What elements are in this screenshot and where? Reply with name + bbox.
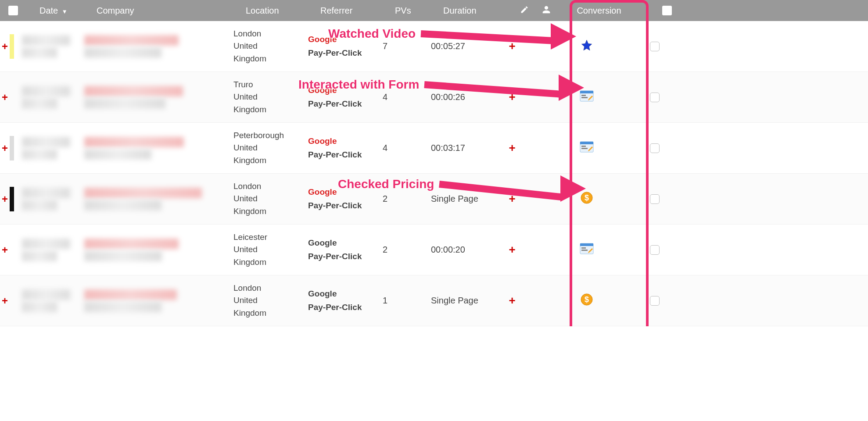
redacted-date: [22, 289, 70, 300]
row-select-checkbox[interactable]: [650, 143, 660, 153]
pvs-cell: 4: [383, 143, 431, 153]
add-note-button[interactable]: +: [509, 243, 515, 256]
redacted-company: [84, 47, 161, 58]
svg-rect-11: [580, 243, 593, 246]
redacted-date: [22, 239, 70, 249]
expand-row-button[interactable]: +: [0, 91, 10, 103]
duration-cell: 00:00:20: [431, 245, 501, 255]
sort-indicator-icon: ▼: [62, 8, 68, 15]
row-select-checkbox[interactable]: [650, 245, 660, 255]
redacted-date: [22, 47, 57, 58]
table-row: +LondonUnitedKingdomGooglePay-Per-Click2…: [0, 174, 868, 225]
svg-rect-5: [580, 142, 593, 144]
expand-row-button[interactable]: +: [0, 244, 10, 256]
redacted-company: [84, 35, 179, 46]
location-cell: LondonUnitedKingdom: [233, 180, 308, 218]
header-pvs[interactable]: PVs: [395, 6, 443, 16]
row-status-bar: [10, 289, 14, 313]
location-cell: TruroUnitedKingdom: [233, 78, 308, 116]
visitor-table: Date ▼ Company Location Referrer PVs Dur…: [0, 0, 868, 326]
svg-rect-2: [581, 95, 586, 96]
redacted-company: [84, 289, 177, 300]
header-user-icon[interactable]: [535, 5, 557, 16]
svg-rect-12: [581, 247, 586, 249]
redacted-company: [84, 188, 202, 198]
row-status-bar: [10, 238, 14, 262]
redacted-date: [22, 149, 57, 160]
conversion-cell: $: [545, 192, 628, 206]
add-note-button[interactable]: +: [509, 294, 515, 307]
row-status-bar: [10, 136, 14, 161]
redacted-company: [84, 137, 184, 147]
header-duration[interactable]: Duration: [443, 6, 513, 16]
pvs-cell: 2: [383, 194, 431, 204]
select-all-right-checkbox[interactable]: [662, 6, 672, 15]
redacted-date: [22, 98, 57, 109]
svg-rect-1: [580, 91, 593, 93]
redacted-company: [84, 98, 165, 109]
conversion-cell: [545, 90, 628, 104]
location-cell: LondonUnitedKingdom: [233, 28, 308, 65]
expand-row-button[interactable]: +: [0, 193, 10, 205]
redacted-company: [84, 251, 162, 261]
pvs-cell: 1: [383, 296, 431, 306]
redacted-date: [22, 35, 70, 46]
redacted-date: [22, 86, 70, 96]
redacted-company: [84, 86, 183, 96]
redacted-date: [22, 188, 70, 198]
conversion-cell: [545, 243, 628, 257]
redacted-date: [22, 200, 57, 210]
header-referrer[interactable]: Referrer: [320, 6, 395, 16]
table-row: +LondonUnitedKingdomGooglePay-Per-Click7…: [0, 21, 868, 72]
table-row: +PeterboroughUnitedKingdomGooglePay-Per-…: [0, 123, 868, 174]
pvs-cell: 7: [383, 41, 431, 51]
add-note-button[interactable]: +: [509, 141, 515, 154]
redacted-company: [84, 149, 151, 160]
header-edit-icon[interactable]: [513, 5, 535, 16]
redacted-company: [84, 200, 161, 210]
duration-cell: 00:03:17: [431, 143, 501, 153]
duration-cell: Single Page: [431, 296, 501, 306]
add-note-button[interactable]: +: [509, 90, 515, 103]
referrer-cell: GooglePay-Per-Click: [308, 236, 383, 263]
svg-text:$: $: [585, 295, 589, 304]
header-date-label: Date: [39, 6, 58, 15]
conversion-cell: $: [545, 293, 628, 308]
redacted-company: [84, 302, 161, 312]
header-company[interactable]: Company: [97, 6, 246, 16]
row-select-checkbox[interactable]: [650, 194, 660, 204]
duration-cell: 00:05:27: [431, 41, 501, 51]
table-row: +LondonUnitedKingdomGooglePay-Per-Click1…: [0, 275, 868, 326]
add-note-button[interactable]: +: [509, 39, 515, 53]
location-cell: LondonUnitedKingdom: [233, 282, 308, 320]
referrer-cell: GooglePay-Per-Click: [308, 186, 383, 212]
expand-row-button[interactable]: +: [0, 295, 10, 307]
pvs-cell: 4: [383, 92, 431, 102]
redacted-date: [22, 137, 70, 147]
header-conversion[interactable]: Conversion: [557, 6, 641, 16]
redacted-date: [22, 302, 57, 312]
expand-row-button[interactable]: +: [0, 40, 10, 53]
row-status-bar: [10, 85, 14, 110]
row-status-bar: [10, 34, 14, 59]
row-select-checkbox[interactable]: [650, 42, 660, 51]
svg-rect-6: [581, 146, 586, 147]
header-date[interactable]: Date ▼: [26, 6, 97, 16]
add-note-button[interactable]: +: [509, 192, 515, 205]
svg-rect-7: [581, 148, 588, 149]
referrer-cell: GooglePay-Per-Click: [308, 33, 383, 60]
select-all-checkbox[interactable]: [8, 6, 18, 15]
table-header: Date ▼ Company Location Referrer PVs Dur…: [0, 0, 868, 21]
redacted-date: [22, 251, 57, 261]
row-select-checkbox[interactable]: [650, 296, 660, 306]
svg-text:$: $: [585, 193, 589, 202]
row-select-checkbox[interactable]: [650, 93, 660, 102]
pvs-cell: 2: [383, 245, 431, 255]
referrer-cell: GooglePay-Per-Click: [308, 84, 383, 111]
table-row: +LeicesterUnitedKingdomGooglePay-Per-Cli…: [0, 225, 868, 275]
svg-rect-13: [581, 250, 588, 251]
expand-row-button[interactable]: +: [0, 142, 10, 154]
location-cell: LeicesterUnitedKingdom: [233, 231, 308, 269]
header-location[interactable]: Location: [246, 6, 320, 16]
table-row: +TruroUnitedKingdomGooglePay-Per-Click40…: [0, 72, 868, 123]
